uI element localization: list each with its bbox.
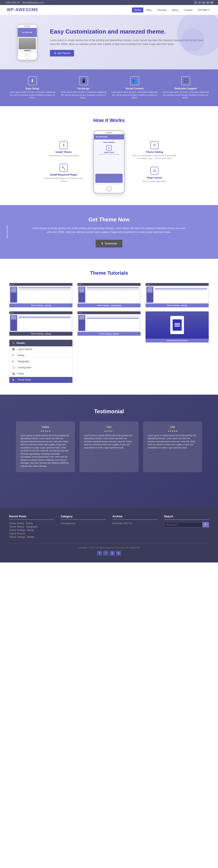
tutorial-card-label-5: Theme Setting - Styling: [145, 304, 209, 307]
testimonial-number-3: ONE: [147, 426, 197, 429]
tutorial-card-label-3: Theme Styling - Typography: [77, 304, 141, 307]
sidebar-menu: 🔖 Header 🖼 Logo & favicon ✏ Styling A Ty…: [9, 340, 73, 383]
footer-col-title-4: Search: [164, 515, 209, 520]
nav-about[interactable]: About: [170, 7, 181, 12]
get-theme-now-description: Lorem Ipsum is simply dummy text of the …: [29, 226, 189, 234]
tutorial-card-img-2: [9, 311, 73, 332]
features-bar: ⬇ Easy Setup Lorem ipsum dolor sit amet,…: [0, 69, 218, 106]
theme-setting-icon: ⚙: [150, 141, 159, 149]
card-content-5: [145, 286, 209, 304]
tutorial-card-2[interactable]: Theme Setting - Styling: [9, 311, 73, 336]
google-icon[interactable]: g: [202, 1, 205, 4]
logo-favicon-icon: 🖼: [12, 348, 16, 351]
tutorial-card-6[interactable]: Install And Set Up Guide: [145, 311, 209, 343]
tutorials-grid: Theme Setting - Styling: [9, 283, 209, 383]
phone-content: [18, 37, 37, 53]
feature-desc-2: Lorem ipsum dolor sit amet, consectetur …: [60, 91, 107, 99]
testimonial-section: Testimonial THREE ★★★★★ Lorem Ipsum is s…: [0, 395, 218, 508]
phone-button: [24, 50, 31, 51]
site-logo[interactable]: WP-AWESOME: [7, 7, 38, 12]
phone-arrow-left: [93, 159, 94, 165]
download-icon: ⬇: [54, 52, 56, 55]
testimonial-stars-2: ★★★★☆: [84, 430, 134, 432]
card-header-5: [145, 283, 209, 286]
facebook-icon[interactable]: f: [194, 1, 197, 4]
social-icons: f t g in rss: [194, 1, 214, 4]
footer-copyright: Copyright © 2017 | All Rights Reserved |…: [9, 547, 209, 549]
easy-setup-icon: ⬇: [28, 76, 37, 85]
how-item-title-2: Install Required Plugin: [41, 173, 86, 176]
nav-contact[interactable]: Contact: [182, 7, 195, 12]
phone-large-logo: WP-AWESOME: [96, 136, 107, 138]
feature-social-connect: 👥 Social Connect Lorem ipsum dolor sit a…: [111, 76, 158, 99]
footer-link-2-1[interactable]: Uncategorized: [61, 522, 106, 525]
footer-link-1-1[interactable]: Theme Setting - Styling: [9, 522, 54, 525]
phone-home-button: [25, 54, 29, 59]
sidebar-item-logo-favicon[interactable]: 🖼 Logo & favicon: [9, 346, 73, 352]
footer-link-1-4[interactable]: Logo & Favicon: [9, 532, 54, 535]
card-header-1: [9, 283, 73, 286]
footer-search-button[interactable]: 🔍: [202, 522, 209, 527]
nav-tutorials[interactable]: Tutorials: [155, 7, 169, 12]
tutorial-card-4[interactable]: Theme Styling - Header: [77, 311, 141, 336]
sidebar-item-footer[interactable]: 🔖 Footer: [9, 371, 73, 377]
footer-google-icon[interactable]: g: [110, 551, 115, 556]
phone-large-home-btn: [106, 186, 112, 191]
card-content-1: [9, 286, 73, 304]
phone-large-title: How it Works: [103, 141, 115, 143]
footer-facebook-icon[interactable]: f: [97, 551, 102, 556]
footer-link-1-5[interactable]: Theme Settings - Header: [9, 536, 54, 538]
footer-linkedin-icon[interactable]: in: [116, 551, 121, 556]
feature-dedicated-support: 🎧 Dedicated Support Lorem ipsum dolor si…: [162, 76, 209, 99]
feature-title-2: On-the-go: [60, 87, 107, 90]
tutorial-card-3[interactable]: Theme Styling - Typography: [77, 283, 141, 308]
footer-link-3-1[interactable]: November 2017 (1): [112, 522, 157, 525]
styling-icon: ✏: [12, 354, 16, 357]
sidebar-item-typography[interactable]: A Typography: [9, 359, 73, 365]
bookmark-icon: 🔖: [12, 342, 15, 344]
sidebar-item-styling[interactable]: ✏ Styling: [9, 352, 73, 359]
footer-search-input[interactable]: [164, 522, 203, 527]
feature-desc-4: Lorem ipsum dolor sit amet, consectetur …: [162, 91, 209, 99]
tutorial-card-img-3: [77, 283, 141, 304]
sidebar-item-theme-panel[interactable]: ⚙ Theme Panel: [9, 377, 73, 383]
testimonial-cards: THREE ★★★★★ Lorem Ipsum is simply dummy …: [9, 422, 209, 472]
testimonial-text-2: Lorem Ipsum is simply dummy text of the …: [84, 434, 134, 450]
feature-on-the-go: 📱 On-the-go Lorem ipsum dolor sit amet, …: [60, 76, 107, 99]
footer-link-1-2[interactable]: Theme Setting - Typography: [9, 526, 54, 528]
card-content-2: [9, 314, 73, 332]
feature-easy-setup: ⬇ Easy Setup Lorem ipsum dolor sit amet,…: [9, 76, 56, 99]
footer-link-1-3[interactable]: Theme Settings - Styling: [9, 529, 54, 531]
how-item-desc-2: Install Required Plugin and Customize Yo…: [41, 177, 86, 183]
testimonial-number-2: TWO: [84, 426, 134, 429]
menu-icon: ≡: [121, 136, 122, 138]
tutorial-card-5[interactable]: Theme Setting - Styling: [145, 283, 209, 308]
how-theme-setting: ⚙ Theme Setting Easy to customization of…: [132, 141, 177, 160]
how-left-items: ⬇ Install Theme Download the Theme and i…: [41, 141, 86, 183]
hero-section: WP-AWESOME Easy Customization and maneze…: [0, 15, 218, 69]
phone-blue-block: [96, 174, 122, 183]
footer-col-title-2: Category: [61, 515, 106, 520]
phone-large-notch: [106, 132, 112, 133]
how-item-title-4: Page Layout: [132, 176, 177, 179]
get-theme-button[interactable]: ⬇ Get Theme: [50, 50, 74, 57]
footer-icon: 🔖: [12, 372, 16, 375]
card-content-4: [77, 314, 141, 332]
how-item-title-1: Install Theme: [41, 151, 86, 153]
nav-blog[interactable]: Blog: [144, 7, 154, 12]
rss-icon[interactable]: rss: [210, 1, 214, 4]
sidebar-item-coming-soon[interactable]: 🕐 Coming Soon: [9, 365, 73, 371]
nav-get-app[interactable]: Get App ▾: [195, 7, 211, 12]
top-bar: +1000 2000 30 dkash@bizpang.com f t g in…: [0, 0, 218, 5]
testimonial-text-1: Lorem Ipsum is simply dummy text of the …: [21, 434, 71, 468]
download-button[interactable]: ⬇ Download: [96, 240, 122, 247]
footer-twitter-icon[interactable]: t: [103, 551, 108, 556]
how-item-desc-3: Easy to customization of theme like Them…: [132, 154, 177, 160]
phone-screen: WP-AWESOME: [18, 28, 37, 37]
tutorial-card-label-1: Theme Setting - Styling: [9, 304, 73, 307]
tutorial-card-1[interactable]: Theme Setting - Styling: [9, 283, 73, 308]
twitter-icon[interactable]: t: [198, 1, 201, 4]
nav-home[interactable]: Home: [132, 7, 143, 12]
tutorial-col-3: Theme Setting - Styling Install And Set …: [145, 283, 209, 383]
linkedin-icon[interactable]: in: [206, 1, 209, 4]
